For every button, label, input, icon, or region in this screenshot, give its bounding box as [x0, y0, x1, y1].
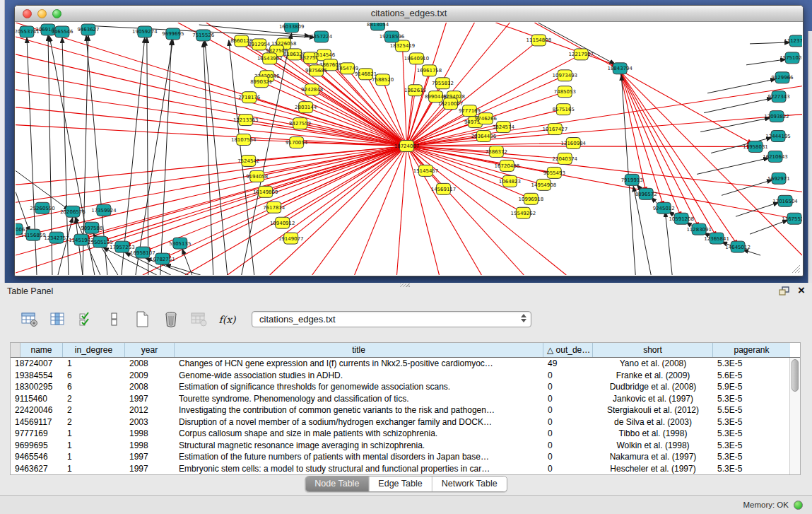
table-header-row: namein_degreeyeartitle△ out_de…shortpage…	[11, 343, 800, 358]
graph-node[interactable]: 15549262	[511, 207, 536, 218]
cell-name: 9463627	[11, 464, 63, 474]
graph-node[interactable]: 11283091	[686, 223, 712, 235]
graph-node[interactable]: 2718176	[238, 92, 260, 103]
table-row[interactable]: 946554611997Estimation of the future num…	[11, 451, 800, 463]
graph-node[interactable]: 17016504	[772, 195, 798, 206]
graph-node[interactable]: 7485053	[554, 86, 576, 98]
svg-text:14569117: 14569117	[431, 187, 457, 192]
graph-node[interactable]: 7357224	[310, 31, 333, 42]
graph-node[interactable]: 12365841	[704, 233, 729, 244]
svg-text:9699695: 9699695	[162, 31, 184, 37]
graph-node[interactable]: 1362615	[404, 85, 426, 96]
graph-node[interactable]: 14954908	[531, 179, 557, 190]
table-row[interactable]: 1938455462009Genome-wide association stu…	[11, 370, 800, 382]
graph-node[interactable]: 12160984	[561, 138, 587, 149]
svg-text:8813054: 8813054	[367, 23, 389, 28]
graph-node[interactable]: 18843794	[607, 63, 632, 74]
graph-node[interactable]: 11123764	[784, 35, 802, 47]
graph-node[interactable]: 9129966	[771, 72, 793, 83]
graph-node[interactable]: 16033809	[279, 23, 305, 33]
tab-edge-table[interactable]: Edge Table	[369, 477, 432, 491]
graph-node[interactable]: 14569117	[431, 183, 457, 194]
import-table-icon[interactable]	[189, 310, 208, 329]
tab-node-table[interactable]: Node Table	[305, 477, 369, 491]
cell-title: Estimation of the future numbers of pati…	[175, 452, 543, 462]
svg-text:19218596: 19218596	[379, 34, 405, 40]
graph-node[interactable]: 15958031	[743, 141, 768, 153]
graph-node[interactable]: 16210643	[763, 151, 788, 162]
graph-node[interactable]: 19149077	[278, 233, 304, 244]
narrow-columns-icon[interactable]	[105, 310, 124, 329]
scrollbar-thumb[interactable]	[792, 359, 799, 392]
graph-node[interactable]: 10591208	[669, 213, 694, 224]
graph-node[interactable]: 7955812	[432, 78, 454, 89]
cell-name: 9699695	[11, 440, 63, 450]
graph-node[interactable]: 20364436	[471, 131, 497, 142]
column-header-name[interactable]: name	[20, 343, 63, 357]
graph-node[interactable]: 9194058	[246, 170, 268, 182]
graph-node[interactable]: 16720488	[495, 160, 520, 171]
graph-node[interactable]: 3824574	[493, 122, 515, 133]
table-row[interactable]: 977716911998Corpus callosum shape and si…	[11, 428, 800, 440]
svg-text:12160984: 12160984	[561, 141, 587, 146]
graph-node[interactable]: 10940912	[270, 217, 295, 228]
network-window-titlebar[interactable]: citations_edges.txt	[15, 6, 803, 22]
network-canvas[interactable]: 1872400786601288912954152260589327506165…	[16, 23, 802, 275]
row-select-icon[interactable]	[76, 310, 95, 329]
graph-node[interactable]: 11154808	[526, 35, 552, 46]
graph-node[interactable]: 5692971	[767, 173, 789, 184]
graph-node[interactable]: 22040374	[553, 153, 578, 164]
svg-text:16210027: 16210027	[438, 101, 464, 107]
column-header-year[interactable]: year	[125, 343, 175, 357]
graph-node[interactable]: 16961758	[417, 65, 442, 76]
table-row[interactable]: 1456911722003Disruption of a novel membe…	[11, 416, 800, 428]
graph-node[interactable]: 15751024	[779, 52, 802, 64]
new-table-icon[interactable]	[133, 310, 152, 329]
graph-node[interactable]: 9227343	[767, 91, 789, 103]
svg-text:16210643: 16210643	[763, 154, 788, 160]
graph-node[interactable]: 8575165	[553, 104, 575, 115]
graph-node[interactable]: 17359924	[91, 204, 117, 216]
close-panel-icon[interactable]: ×	[798, 286, 805, 296]
graph-node[interactable]: 12444195	[765, 131, 791, 142]
column-header-gutter[interactable]	[11, 343, 20, 357]
table-scrollbar[interactable]	[789, 358, 800, 474]
tab-network-table[interactable]: Network Table	[433, 477, 507, 491]
column-header-pagerank[interactable]: pagerank	[713, 343, 790, 357]
graph-node[interactable]: 15145457	[413, 165, 439, 176]
function-builder-icon[interactable]: f(x)	[218, 310, 237, 329]
graph-node[interactable]: 8896572	[635, 188, 657, 199]
column-header-short[interactable]: short	[593, 343, 713, 357]
status-bar: Memory: OK	[0, 495, 812, 514]
column-header-out_degree[interactable]: △ out_de…	[543, 343, 593, 357]
column-header-title[interactable]: title	[175, 343, 543, 357]
graph-node[interactable]: 9242848	[301, 84, 323, 95]
graph-node[interactable]: 18640910	[404, 53, 430, 64]
svg-text:15958031: 15958031	[743, 144, 768, 150]
graph-node[interactable]: 11675531	[782, 213, 802, 224]
table-row[interactable]: 1830029562008Estimation of significance …	[11, 381, 800, 393]
table-source-dropdown[interactable]: citations_edges.txt	[252, 311, 531, 327]
table-row[interactable]: 969969511998Structural magnetic resonanc…	[11, 440, 800, 452]
table-row[interactable]: 946362711997Embryonic stem cells: a mode…	[11, 463, 800, 475]
cell-in_degree: 6	[63, 382, 125, 392]
table-row[interactable]: 1872400712008Changes of HCN gene express…	[11, 358, 800, 370]
table-options-icon[interactable]	[20, 310, 39, 329]
graph-node[interactable]: 9245012	[653, 202, 675, 214]
svg-text:9227343: 9227343	[767, 94, 789, 100]
graph-node[interactable]: 9170054	[286, 137, 308, 148]
graph-node[interactable]: 7919913	[621, 174, 643, 185]
graph-node[interactable]: 12093822	[764, 111, 789, 122]
float-panel-icon[interactable]	[779, 286, 789, 296]
table-row[interactable]: 2242004622012Investigating the contribut…	[11, 404, 800, 416]
graph-node[interactable]: 2803144	[295, 102, 317, 113]
column-visibility-icon[interactable]	[48, 310, 67, 329]
window-resize-grip[interactable]	[792, 264, 801, 274]
graph-node[interactable]: 7524542	[237, 155, 259, 166]
table-row[interactable]: 911546021997Tourette syndrome. Phenomeno…	[11, 393, 800, 405]
graph-node[interactable]: 9055493	[543, 167, 565, 178]
graph-node[interactable]: 8813054	[367, 23, 389, 30]
delete-table-icon[interactable]	[161, 310, 180, 329]
graph-node[interactable]: 18107554	[231, 134, 257, 146]
column-header-in_degree[interactable]: in_degree	[63, 343, 125, 357]
